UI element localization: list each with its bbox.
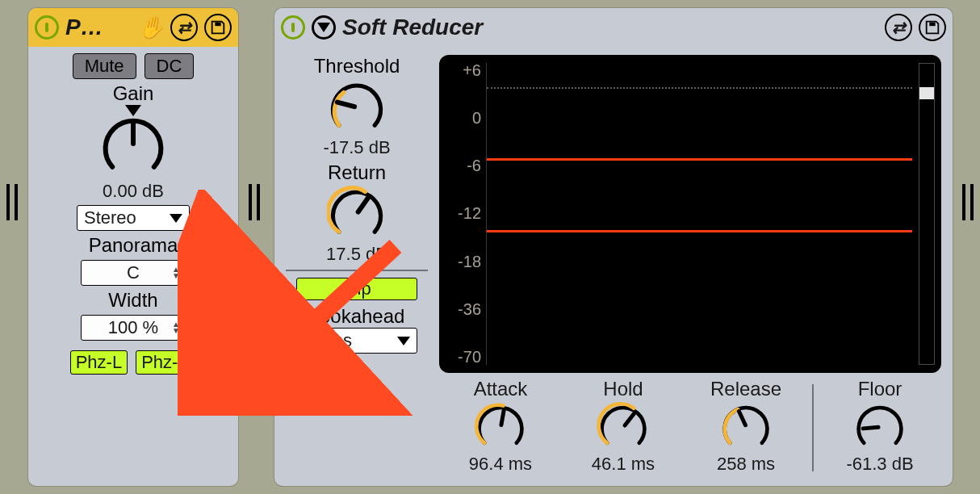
return-line: [487, 230, 912, 232]
hold-knob[interactable]: [597, 400, 650, 454]
chevron-down-icon: [397, 337, 410, 345]
gain-value: 0.00 dB: [103, 181, 164, 202]
graph-y-tick: +6: [463, 61, 481, 80]
hot-swap-icon[interactable]: [170, 14, 198, 41]
svg-rect-1: [929, 23, 935, 27]
dc-button[interactable]: DC: [144, 53, 195, 79]
lookahead-value: 10 ms: [304, 330, 352, 351]
device-utility-title: P…: [65, 15, 132, 40]
rack-drag-handle-mid[interactable]: [242, 170, 266, 234]
graph-y-tick: -36: [458, 300, 481, 319]
attack-value: 96.4 ms: [469, 454, 532, 475]
attack-knob[interactable]: [474, 400, 527, 454]
power-icon[interactable]: [281, 15, 305, 40]
threshold-line: [487, 158, 912, 161]
release-value: 258 ms: [717, 454, 775, 475]
graph-y-axis: +60-6-12-18-36-70: [439, 60, 486, 368]
device-soft-reducer: Soft Reducer Threshold -17.5 dB: [274, 8, 953, 486]
flip-button[interactable]: Flip: [296, 278, 417, 300]
channel-mode-value: Stereo: [84, 207, 136, 228]
threshold-value: -17.5 dB: [323, 137, 390, 158]
width-field[interactable]: 100 % ▲▼: [81, 315, 186, 341]
graph-y-tick: -70: [458, 348, 481, 366]
device-soft-reducer-titlebar[interactable]: Soft Reducer: [274, 8, 953, 47]
floor-knob[interactable]: [853, 400, 907, 454]
device-utility-titlebar[interactable]: P… ✋: [28, 8, 238, 47]
threshold-label: Threshold: [314, 55, 400, 77]
floor-value: -61.3 dB: [846, 454, 913, 475]
release-label: Release: [710, 378, 781, 400]
gain-knob[interactable]: [98, 111, 168, 181]
panorama-field[interactable]: C ▲▼: [81, 260, 186, 286]
threshold-knob[interactable]: [327, 77, 387, 137]
section-divider: [286, 270, 428, 271]
power-icon[interactable]: [35, 15, 59, 40]
device-utility: P… ✋ Mute DC Gain 0.00 dB S: [28, 8, 238, 486]
lookahead-select[interactable]: 10 ms: [296, 328, 417, 354]
hold-label: Hold: [603, 378, 643, 400]
save-preset-icon[interactable]: [204, 14, 232, 41]
phase-left-button[interactable]: Phz-L: [70, 350, 128, 375]
graph-y-tick: -6: [467, 157, 481, 175]
return-label: Return: [328, 161, 386, 184]
graph-y-tick: 0: [472, 109, 481, 128]
return-value: 17.5 dB: [326, 244, 387, 265]
mute-button[interactable]: Mute: [73, 53, 136, 79]
hot-swap-icon[interactable]: [885, 14, 912, 41]
chevron-down-icon: [170, 214, 182, 223]
hand-icon[interactable]: ✋: [138, 15, 164, 40]
save-preset-icon[interactable]: [919, 14, 946, 41]
release-knob[interactable]: [719, 400, 773, 454]
hold-value: 46.1 ms: [592, 454, 655, 475]
floor-label: Floor: [858, 378, 903, 400]
panorama-label: Panorama: [89, 234, 178, 257]
attack-label: Attack: [474, 378, 528, 400]
graph-y-tick: -18: [458, 253, 481, 271]
graph-y-tick: -12: [458, 204, 481, 223]
panorama-value: C: [127, 262, 140, 283]
width-label: Width: [108, 289, 157, 312]
rack-drag-handle-left[interactable]: [0, 170, 24, 234]
output-meter: [919, 63, 935, 365]
param-divider: [812, 384, 814, 471]
gain-label: Gain: [113, 82, 154, 105]
return-knob[interactable]: [327, 184, 387, 244]
graph-plot-area: [486, 63, 912, 365]
device-soft-reducer-title: Soft Reducer: [342, 15, 878, 40]
collapse-icon[interactable]: [312, 15, 336, 40]
svg-rect-0: [215, 23, 220, 27]
rack-drag-handle-right[interactable]: [956, 170, 980, 234]
lookahead-label: Lookahead: [309, 305, 405, 328]
phase-right-button[interactable]: Phz-R: [136, 350, 196, 375]
channel-mode-select[interactable]: Stereo: [77, 205, 190, 231]
gain-reduction-graph: +60-6-12-18-36-70: [439, 55, 941, 373]
width-value: 100 %: [108, 317, 158, 338]
